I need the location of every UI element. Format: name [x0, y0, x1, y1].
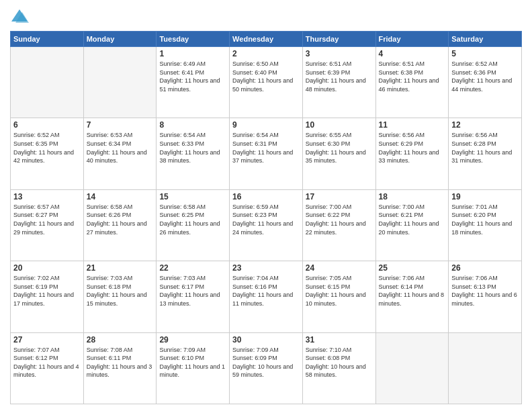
day-number: 23 — [232, 263, 300, 273]
day-number: 10 — [306, 120, 373, 130]
calendar-cell: 7Sunrise: 6:53 AM Sunset: 6:34 PM Daylig… — [83, 118, 157, 189]
day-info: Sunrise: 6:51 AM Sunset: 6:39 PM Dayligh… — [306, 60, 373, 93]
calendar-week-row: 13Sunrise: 6:57 AM Sunset: 6:27 PM Dayli… — [11, 189, 522, 261]
calendar-cell — [449, 332, 522, 404]
day-number: 18 — [379, 192, 446, 201]
calendar-cell: 6Sunrise: 6:52 AM Sunset: 6:35 PM Daylig… — [11, 118, 84, 189]
day-number: 14 — [87, 192, 154, 201]
calendar-cell: 8Sunrise: 6:54 AM Sunset: 6:33 PM Daylig… — [157, 118, 230, 189]
calendar-cell: 23Sunrise: 7:04 AM Sunset: 6:16 PM Dayli… — [230, 261, 303, 332]
day-number: 11 — [379, 120, 446, 130]
calendar-cell: 21Sunrise: 7:03 AM Sunset: 6:18 PM Dayli… — [83, 261, 157, 332]
calendar-week-row: 1Sunrise: 6:49 AM Sunset: 6:41 PM Daylig… — [11, 47, 522, 118]
calendar-cell: 13Sunrise: 6:57 AM Sunset: 6:27 PM Dayli… — [11, 189, 84, 261]
day-number: 13 — [13, 192, 81, 201]
calendar-cell: 14Sunrise: 6:58 AM Sunset: 6:26 PM Dayli… — [83, 189, 157, 261]
calendar-cell: 12Sunrise: 6:56 AM Sunset: 6:28 PM Dayli… — [449, 118, 522, 189]
calendar-cell: 10Sunrise: 6:55 AM Sunset: 6:30 PM Dayli… — [302, 118, 375, 189]
day-info: Sunrise: 7:04 AM Sunset: 6:16 PM Dayligh… — [232, 274, 300, 308]
calendar-cell: 25Sunrise: 7:06 AM Sunset: 6:14 PM Dayli… — [375, 261, 449, 332]
day-info: Sunrise: 6:51 AM Sunset: 6:38 PM Dayligh… — [379, 60, 446, 93]
calendar-cell: 26Sunrise: 7:06 AM Sunset: 6:13 PM Dayli… — [449, 261, 522, 332]
day-info: Sunrise: 7:08 AM Sunset: 6:11 PM Dayligh… — [87, 346, 154, 379]
day-number: 8 — [159, 120, 226, 130]
day-number: 12 — [451, 120, 519, 130]
calendar-cell: 22Sunrise: 7:03 AM Sunset: 6:17 PM Dayli… — [157, 261, 230, 332]
page: SundayMondayTuesdayWednesdayThursdayFrid… — [0, 0, 532, 411]
day-info: Sunrise: 6:56 AM Sunset: 6:29 PM Dayligh… — [379, 131, 446, 165]
day-info: Sunrise: 6:57 AM Sunset: 6:27 PM Dayligh… — [13, 203, 81, 236]
calendar-week-row: 20Sunrise: 7:02 AM Sunset: 6:19 PM Dayli… — [11, 261, 522, 332]
calendar-cell: 29Sunrise: 7:09 AM Sunset: 6:10 PM Dayli… — [157, 332, 230, 404]
calendar-header-row: SundayMondayTuesdayWednesdayThursdayFrid… — [11, 32, 522, 47]
calendar-cell: 27Sunrise: 7:07 AM Sunset: 6:12 PM Dayli… — [11, 332, 84, 404]
day-number: 4 — [379, 49, 446, 58]
day-of-week-header: Tuesday — [157, 32, 230, 47]
header — [10, 7, 522, 26]
day-number: 22 — [159, 263, 226, 273]
day-of-week-header: Sunday — [11, 32, 84, 47]
calendar-cell — [375, 332, 449, 404]
logo — [10, 7, 32, 26]
day-info: Sunrise: 7:03 AM Sunset: 6:17 PM Dayligh… — [159, 274, 226, 308]
day-info: Sunrise: 7:00 AM Sunset: 6:22 PM Dayligh… — [306, 203, 373, 236]
calendar-cell — [83, 47, 157, 118]
day-number: 2 — [232, 49, 300, 58]
day-number: 31 — [306, 335, 373, 345]
calendar-week-row: 6Sunrise: 6:52 AM Sunset: 6:35 PM Daylig… — [11, 118, 522, 189]
day-info: Sunrise: 7:07 AM Sunset: 6:12 PM Dayligh… — [13, 346, 81, 379]
day-number: 21 — [87, 263, 154, 273]
calendar-cell: 17Sunrise: 7:00 AM Sunset: 6:22 PM Dayli… — [302, 189, 375, 261]
day-number: 5 — [451, 49, 519, 58]
calendar-table: SundayMondayTuesdayWednesdayThursdayFrid… — [10, 31, 522, 404]
day-number: 25 — [379, 263, 446, 273]
calendar-cell: 28Sunrise: 7:08 AM Sunset: 6:11 PM Dayli… — [83, 332, 157, 404]
day-info: Sunrise: 6:59 AM Sunset: 6:23 PM Dayligh… — [232, 203, 300, 236]
calendar-cell: 18Sunrise: 7:00 AM Sunset: 6:21 PM Dayli… — [375, 189, 449, 261]
day-of-week-header: Thursday — [302, 32, 375, 47]
day-number: 9 — [232, 120, 300, 130]
calendar-cell: 11Sunrise: 6:56 AM Sunset: 6:29 PM Dayli… — [375, 118, 449, 189]
day-info: Sunrise: 7:05 AM Sunset: 6:15 PM Dayligh… — [306, 274, 373, 308]
day-number: 26 — [451, 263, 519, 273]
day-number: 17 — [306, 192, 373, 201]
day-number: 28 — [87, 335, 154, 345]
day-info: Sunrise: 6:55 AM Sunset: 6:30 PM Dayligh… — [306, 131, 373, 165]
day-of-week-header: Saturday — [449, 32, 522, 47]
day-info: Sunrise: 6:54 AM Sunset: 6:31 PM Dayligh… — [232, 131, 300, 165]
calendar-cell: 24Sunrise: 7:05 AM Sunset: 6:15 PM Dayli… — [302, 261, 375, 332]
day-number: 19 — [451, 192, 519, 201]
day-of-week-header: Friday — [375, 32, 449, 47]
day-number: 3 — [306, 49, 373, 58]
day-of-week-header: Monday — [83, 32, 157, 47]
calendar-week-row: 27Sunrise: 7:07 AM Sunset: 6:12 PM Dayli… — [11, 332, 522, 404]
day-number: 29 — [159, 335, 226, 345]
calendar-cell: 1Sunrise: 6:49 AM Sunset: 6:41 PM Daylig… — [157, 47, 230, 118]
calendar-cell: 4Sunrise: 6:51 AM Sunset: 6:38 PM Daylig… — [375, 47, 449, 118]
day-info: Sunrise: 6:54 AM Sunset: 6:33 PM Dayligh… — [159, 131, 226, 165]
day-number: 16 — [232, 192, 300, 201]
day-info: Sunrise: 7:03 AM Sunset: 6:18 PM Dayligh… — [87, 274, 154, 308]
day-number: 30 — [232, 335, 300, 345]
day-info: Sunrise: 6:58 AM Sunset: 6:26 PM Dayligh… — [87, 203, 154, 236]
calendar-cell: 20Sunrise: 7:02 AM Sunset: 6:19 PM Dayli… — [11, 261, 84, 332]
day-number: 27 — [13, 335, 81, 345]
calendar-cell: 9Sunrise: 6:54 AM Sunset: 6:31 PM Daylig… — [230, 118, 303, 189]
calendar-cell: 19Sunrise: 7:01 AM Sunset: 6:20 PM Dayli… — [449, 189, 522, 261]
day-info: Sunrise: 6:56 AM Sunset: 6:28 PM Dayligh… — [451, 131, 519, 165]
day-number: 24 — [306, 263, 373, 273]
day-number: 7 — [87, 120, 154, 130]
calendar-cell: 5Sunrise: 6:52 AM Sunset: 6:36 PM Daylig… — [449, 47, 522, 118]
calendar-cell — [11, 47, 84, 118]
calendar-cell: 15Sunrise: 6:58 AM Sunset: 6:25 PM Dayli… — [157, 189, 230, 261]
day-number: 20 — [13, 263, 81, 273]
day-info: Sunrise: 7:10 AM Sunset: 6:08 PM Dayligh… — [306, 346, 373, 379]
day-info: Sunrise: 7:06 AM Sunset: 6:13 PM Dayligh… — [451, 274, 519, 308]
day-info: Sunrise: 7:00 AM Sunset: 6:21 PM Dayligh… — [379, 203, 446, 236]
day-info: Sunrise: 7:06 AM Sunset: 6:14 PM Dayligh… — [379, 274, 446, 308]
calendar-cell: 3Sunrise: 6:51 AM Sunset: 6:39 PM Daylig… — [302, 47, 375, 118]
day-info: Sunrise: 6:53 AM Sunset: 6:34 PM Dayligh… — [87, 131, 154, 165]
calendar-cell: 2Sunrise: 6:50 AM Sunset: 6:40 PM Daylig… — [230, 47, 303, 118]
day-number: 6 — [13, 120, 81, 130]
day-info: Sunrise: 7:02 AM Sunset: 6:19 PM Dayligh… — [13, 274, 81, 308]
